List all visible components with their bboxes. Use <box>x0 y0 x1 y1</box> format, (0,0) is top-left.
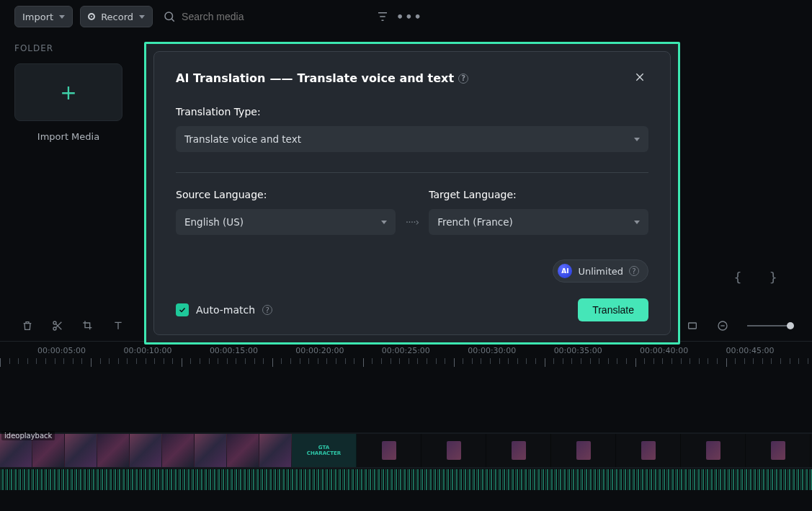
ruler-time-label: 00:00:20:00 <box>295 346 381 355</box>
badge-row: AI Unlimited ? <box>176 259 648 283</box>
modal-footer: Auto-match ? Translate <box>176 298 648 321</box>
clip-thumb[interactable] <box>616 434 681 467</box>
clip-thumb-gta[interactable]: GTA CHARACTER <box>292 434 357 467</box>
ruler-tick <box>318 358 327 364</box>
source-language-value: English (US) <box>184 216 244 228</box>
checkbox-checked-icon[interactable] <box>176 303 189 316</box>
ruler-tick <box>590 358 599 364</box>
ruler-tick <box>109 358 118 364</box>
ruler-tick <box>345 358 354 364</box>
ruler-tick <box>0 358 9 367</box>
ruler-tick <box>508 358 517 364</box>
ruler-tick <box>744 358 754 364</box>
zoom-slider[interactable] <box>747 325 790 326</box>
plus-icon: + <box>60 81 76 105</box>
ruler-tick <box>146 358 155 364</box>
search-input[interactable] <box>182 11 290 22</box>
ruler-tick <box>209 358 218 364</box>
source-language-dropdown[interactable]: English (US) <box>176 209 396 235</box>
clip-thumb[interactable] <box>259 434 292 467</box>
ruler-tick <box>45 358 55 364</box>
aspect-icon[interactable] <box>687 320 698 332</box>
ruler-tick <box>499 358 509 364</box>
record-button[interactable]: Record <box>80 6 153 27</box>
clip-thumb[interactable] <box>421 434 486 467</box>
gta-text: CHARACTER <box>307 450 341 456</box>
scissors-icon[interactable] <box>52 320 63 332</box>
translation-type-value: Translate voice and text <box>184 133 301 145</box>
ruler-tick <box>699 358 708 364</box>
ruler-tick <box>481 358 490 364</box>
ruler-tick <box>545 358 554 367</box>
ruler-tick <box>753 358 762 364</box>
title-prefix: AI Translation <box>176 71 265 85</box>
import-button[interactable]: Import <box>14 6 73 27</box>
trash-icon[interactable] <box>22 320 33 332</box>
ruler-tick <box>608 358 617 364</box>
ruler-tick <box>436 358 445 364</box>
ruler-tick <box>780 358 790 364</box>
auto-match-row[interactable]: Auto-match ? <box>176 303 272 316</box>
timeline-ruler[interactable]: 00:00:05:0000:00:10:0000:00:15:0000:00:2… <box>0 341 812 370</box>
chevron-down-icon <box>634 138 640 141</box>
ruler-tick <box>18 358 27 364</box>
audio-waveform[interactable] <box>0 468 812 490</box>
import-label: Import <box>22 12 53 22</box>
help-icon[interactable]: ? <box>629 266 639 276</box>
ruler-tick <box>517 358 527 364</box>
ruler-time-label: 00:00:15:00 <box>210 346 295 355</box>
ruler-tick <box>672 358 681 364</box>
clip-track[interactable]: ideoplayback GTA CHARACTER <box>0 432 812 468</box>
clip-thumb[interactable] <box>65 434 97 467</box>
target-language-dropdown[interactable]: French (France) <box>429 209 648 235</box>
clip-thumb[interactable] <box>551 434 616 467</box>
ruler-tick <box>27 358 37 364</box>
zoom-out-icon[interactable] <box>717 320 728 332</box>
ruler-tick <box>417 358 427 364</box>
help-icon[interactable]: ? <box>458 74 468 84</box>
ruler-tick <box>790 358 799 364</box>
zoom-knob[interactable] <box>787 322 794 329</box>
ruler-tick <box>553 358 563 364</box>
clip-thumb[interactable] <box>227 434 259 467</box>
help-icon[interactable]: ? <box>262 305 272 315</box>
clip-thumb[interactable] <box>486 434 551 467</box>
title-suffix: Translate voice and text <box>297 71 454 85</box>
target-language-label: Target Language: <box>429 189 648 200</box>
clip-thumb[interactable] <box>97 434 130 467</box>
ruler-tick <box>136 358 146 364</box>
ruler-tick <box>182 358 191 367</box>
clip-thumb[interactable] <box>681 434 746 467</box>
record-label: Record <box>101 12 133 22</box>
ruler-tick <box>571 358 581 364</box>
source-language-label: Source Language: <box>176 189 396 200</box>
svg-rect-8 <box>689 323 697 329</box>
svg-point-3 <box>53 327 56 330</box>
ruler-tick <box>644 358 653 364</box>
text-icon[interactable] <box>112 320 124 332</box>
ruler-tick <box>172 358 182 364</box>
clip-thumb[interactable] <box>746 434 811 467</box>
ruler-tick <box>200 358 209 364</box>
ruler-tick <box>635 358 645 367</box>
more-icon[interactable]: ••• <box>396 10 423 24</box>
translation-type-dropdown[interactable]: Translate voice and text <box>176 126 648 152</box>
modal-body: AI Translation——Translate voice and text… <box>153 51 671 335</box>
ruler-tick <box>326 358 336 364</box>
ai-translation-modal: AI Translation——Translate voice and text… <box>144 42 680 345</box>
close-icon[interactable] <box>631 68 648 89</box>
clip-thumb[interactable] <box>195 434 227 467</box>
translate-button[interactable]: Translate <box>578 298 648 321</box>
ruler-time-label: 00:00:45:00 <box>726 346 812 355</box>
ruler-tick <box>409 358 418 364</box>
ruler-tick <box>427 358 436 364</box>
ruler-tick <box>300 358 309 364</box>
clip-thumb[interactable] <box>130 434 162 467</box>
ruler-time-label: 00:00:25:00 <box>382 346 468 355</box>
clip-thumb[interactable] <box>162 434 195 467</box>
crop-icon[interactable] <box>82 320 94 332</box>
import-media-tile[interactable]: + <box>14 63 122 121</box>
filter-icon[interactable] <box>376 10 389 23</box>
ruler-tick <box>154 358 164 364</box>
clip-thumb[interactable] <box>357 434 421 467</box>
